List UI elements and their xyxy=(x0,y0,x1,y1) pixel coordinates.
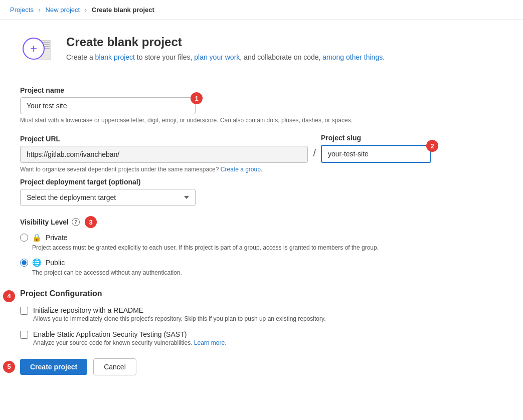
radio-private-label: Private xyxy=(46,234,68,242)
visibility-label-text: Visibility Level xyxy=(20,218,69,226)
radio-public-row: 🌐 Public xyxy=(20,258,431,267)
visibility-section: Visibility Level ? 3 🔒 Private Project a… xyxy=(20,216,431,277)
breadcrumb-sep-1: › xyxy=(39,6,41,14)
checkbox-sast-row: Enable Static Application Security Testi… xyxy=(20,330,431,346)
checkbox-readme[interactable] xyxy=(20,307,28,315)
breadcrumb-sep-2: › xyxy=(85,6,87,14)
plus-symbol: + xyxy=(30,43,37,55)
checkbox-sast-content: Enable Static Application Security Testi… xyxy=(33,330,227,346)
sast-desc: Analyze your source code for known secur… xyxy=(33,339,227,346)
badge-4: 4 xyxy=(3,290,15,302)
blank-project-link[interactable]: blank project xyxy=(95,53,135,61)
deployment-section: Project deployment target (optional) Sel… xyxy=(20,178,431,206)
radio-private-row: 🔒 Private xyxy=(20,233,431,242)
namespace-hint-text: Want to organize several dependent proje… xyxy=(20,166,219,173)
breadcrumb-projects[interactable]: Projects xyxy=(10,6,34,14)
breadcrumb: Projects › New project › Create blank pr… xyxy=(0,0,523,20)
lock-icon: 🔒 xyxy=(32,233,42,242)
globe-icon: 🌐 xyxy=(32,258,42,267)
cancel-button[interactable]: Cancel xyxy=(93,358,136,375)
create-group-link[interactable]: Create a group. xyxy=(221,166,262,173)
visibility-help-icon[interactable]: ? xyxy=(72,218,80,226)
radio-public-desc: The project can be accessed without any … xyxy=(32,269,431,277)
project-slug-label: Project slug xyxy=(321,134,431,142)
project-url-section: Project URL xyxy=(20,135,308,163)
main-content: + Create blank project Create a blank pr… xyxy=(0,20,451,390)
project-url-input[interactable] xyxy=(20,146,308,163)
badge-3: 3 xyxy=(85,216,97,228)
project-name-section: Project name 1 Must start with a lowerca… xyxy=(20,86,431,124)
radio-private: 🔒 Private Project access must be granted… xyxy=(20,233,431,252)
radio-private-input[interactable] xyxy=(20,234,28,242)
visibility-label-row: Visibility Level ? 3 xyxy=(20,216,431,228)
page-title: Create blank project xyxy=(66,35,385,49)
checkbox-sast[interactable] xyxy=(20,331,28,339)
create-project-button[interactable]: Create project xyxy=(20,359,87,375)
page-description: Create a blank project to store your fil… xyxy=(66,52,385,63)
deployment-label: Project deployment target (optional) xyxy=(20,178,431,186)
project-name-hint: Must start with a lowercase or uppercase… xyxy=(20,117,431,124)
badge-2: 2 xyxy=(426,140,438,152)
config-section: 4 Project Configuration Initialize repos… xyxy=(20,289,431,346)
plus-circle-icon: + xyxy=(23,38,45,60)
page-header: + Create blank project Create a blank pr… xyxy=(20,35,431,71)
sast-learn-more-link[interactable]: Learn more. xyxy=(194,339,227,346)
breadcrumb-current: Create blank project xyxy=(92,6,154,14)
deployment-select[interactable]: Select the deployment target xyxy=(20,189,196,206)
sast-label: Enable Static Application Security Testi… xyxy=(33,330,227,338)
badge-1: 1 xyxy=(191,92,203,104)
project-name-label: Project name xyxy=(20,86,431,94)
radio-public-input[interactable] xyxy=(20,259,28,267)
header-icon: + xyxy=(20,35,56,71)
project-slug-input[interactable] xyxy=(321,145,431,163)
plan-link[interactable]: plan your work xyxy=(194,53,240,61)
header-text: Create blank project Create a blank proj… xyxy=(66,35,385,63)
project-url-label: Project URL xyxy=(20,135,308,143)
namespace-hint: Want to organize several dependent proje… xyxy=(20,166,431,173)
url-slug-row: Project URL / Project slug 2 Want to org… xyxy=(20,134,431,173)
readme-label: Initialize repository with a README xyxy=(33,306,325,314)
project-name-input[interactable] xyxy=(20,97,196,114)
checkbox-readme-row: Initialize repository with a README Allo… xyxy=(20,306,431,322)
url-divider: / xyxy=(313,147,316,163)
radio-private-desc: Project access must be granted explicitl… xyxy=(32,244,431,252)
breadcrumb-new-project[interactable]: New project xyxy=(46,6,80,14)
config-title: Project Configuration xyxy=(20,289,431,298)
project-slug-section: Project slug 2 xyxy=(321,134,431,163)
radio-public-label: Public xyxy=(46,259,65,267)
badge-5: 5 xyxy=(3,361,15,373)
radio-public: 🌐 Public The project can be accessed wit… xyxy=(20,258,431,277)
checkbox-readme-content: Initialize repository with a README Allo… xyxy=(33,306,325,322)
readme-desc: Allows you to immediately clone this pro… xyxy=(33,315,325,322)
other-things-link[interactable]: among other things xyxy=(322,53,383,61)
action-buttons: 5 Create project Cancel xyxy=(20,358,431,375)
page-container: Projects › New project › Create blank pr… xyxy=(0,0,523,390)
